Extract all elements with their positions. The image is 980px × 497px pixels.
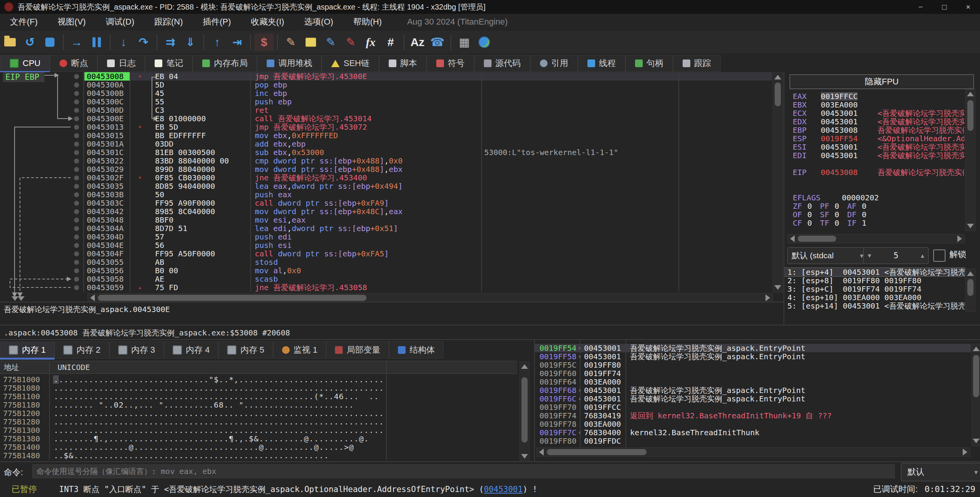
address-link[interactable]: 00453001 <box>484 485 523 494</box>
memory-row[interactable]: 775B1380........¶.,.....................… <box>0 434 517 443</box>
trace-over-icon[interactable]: ⇓ <box>180 33 200 51</box>
tab-break[interactable]: 断点 <box>50 55 97 72</box>
argument-count-spinner[interactable]: ▼ 5 ▲ <box>863 247 929 264</box>
tab-handles[interactable]: 句柄 <box>625 55 673 72</box>
argument-row[interactable]: 5: [esp+14] 00453001 <吾爱破解论坛学习脱壳 <box>784 302 965 310</box>
close-button[interactable]: × <box>956 0 980 14</box>
register-row[interactable]: OF0SF0DF0 <box>784 210 965 219</box>
stack-horizontal-scrollbar[interactable] <box>536 447 970 457</box>
register-row[interactable]: CF0TF0IF1 <box>784 219 965 227</box>
register-row[interactable]: EBX003EA000 <box>784 101 965 109</box>
memory-row[interactable]: 775B1300................................… <box>0 426 517 434</box>
argument-row[interactable]: 4: [esp+10] 003EA000 003EA000 <box>784 293 965 302</box>
run-icon[interactable]: → <box>67 33 87 51</box>
tab-cpu[interactable]: CPU <box>0 55 50 72</box>
tab-trace[interactable]: 跟踪 <box>673 55 721 72</box>
disassembly-pane[interactable]: EIP EBP 00453008▾EB 04jmp 吾爱破解论坛学习.45300… <box>0 72 783 302</box>
close-icon[interactable] <box>40 33 60 51</box>
register-row[interactable]: EDI00453001<吾爱破解论坛学习脱壳实例 <box>784 151 965 160</box>
memory-tab[interactable]: 内存 2 <box>54 342 109 358</box>
menu-item[interactable]: 选项(O) <box>294 17 343 26</box>
open-file-icon[interactable] <box>0 33 20 51</box>
registers-pane[interactable]: 隐藏FPU EAX0019FFCCEBX003EA000ECX00453001<… <box>784 72 980 325</box>
label-icon[interactable] <box>301 33 321 51</box>
stack-row[interactable]: 0019FF54‹00453001吾爱破解论坛学习脱壳实例_aspack.Ent… <box>535 344 971 352</box>
register-row[interactable] <box>784 185 965 193</box>
memory-tab[interactable]: 监视 1 <box>273 342 326 358</box>
patches-icon[interactable]: $ <box>254 33 274 51</box>
menu-item[interactable]: 跟踪(N) <box>144 17 193 26</box>
stack-row[interactable]: 0019FF600019FF74 <box>535 369 971 378</box>
stack-row[interactable]: 0019FF5C0019FF80 <box>535 361 971 369</box>
register-row[interactable]: EDX00453001<吾爱破解论坛学习脱壳实例 <box>784 117 965 126</box>
stack-row[interactable]: 0019FF800019FFDC <box>535 437 971 445</box>
memory-tab[interactable]: 结构体 <box>389 342 444 358</box>
memory-tab[interactable]: 局部变量 <box>326 342 389 358</box>
memory-dump-pane[interactable]: 内存 1内存 2内存 3内存 4内存 5监视 1局部变量结构体 地址 UNICO… <box>0 340 533 462</box>
register-row[interactable]: ESP0019FF54<&OptionalHeader.Address <box>784 134 965 143</box>
stack-row[interactable]: 0019FF78003EA000 <box>535 420 971 428</box>
arguments-vertical-scrollbar[interactable] <box>965 269 975 312</box>
tab-mem[interactable]: 内存布局 <box>193 55 257 72</box>
tab-seh[interactable]: SEH链 <box>322 55 379 72</box>
argument-row[interactable]: 2: [esp+8] 0019FF80 0019FF80 <box>784 276 965 285</box>
stack-row[interactable]: 0019FF700019FFCC <box>535 403 971 411</box>
menu-item[interactable]: 文件(F) <box>0 17 48 26</box>
tab-log[interactable]: 日志 <box>97 55 145 72</box>
argument-row[interactable]: 1: [esp+4] 00453001 <吾爱破解论坛学习脱壳实 <box>784 268 965 276</box>
tab-threads[interactable]: 线程 <box>578 55 625 72</box>
memory-tab[interactable]: 内存 5 <box>218 342 273 358</box>
memory-row[interactable]: 775B1200................................… <box>0 409 517 418</box>
step-out-icon[interactable]: ↑ <box>207 33 227 51</box>
memory-row[interactable]: 775B1100................................… <box>0 392 517 401</box>
memory-row[interactable]: 775B1000..............................."… <box>0 375 517 384</box>
step-into-icon[interactable]: ↓ <box>114 33 134 51</box>
pause-icon[interactable] <box>87 33 107 51</box>
tab-refs[interactable]: 引用 <box>530 55 578 72</box>
tab-source[interactable]: 源代码 <box>474 55 530 72</box>
command-profile-select[interactable]: 默认▼ <box>901 463 980 481</box>
calculator-icon[interactable]: ▦ <box>454 33 474 51</box>
argument-row[interactable]: 3: [esp+C] 0019FF74 0019FF74 <box>784 285 965 293</box>
memory-map-icon[interactable] <box>474 33 494 51</box>
stack-row[interactable]: 0019FF68‹00453001吾爱破解论坛学习脱壳实例_aspack.Ent… <box>535 386 971 395</box>
menu-item[interactable]: 视图(V) <box>48 17 96 26</box>
stack-row[interactable]: 0019FF7476830419返回到 kernel32.BaseThreadI… <box>535 411 971 420</box>
highlight-icon[interactable]: ✎ <box>341 33 361 51</box>
maximize-button[interactable]: □ <box>932 0 956 14</box>
stack-row[interactable]: 0019FF7C‹76830400kernel32.BaseThreadInit… <box>535 428 971 437</box>
memory-tab[interactable]: 内存 1 <box>0 342 54 358</box>
stack-vertical-scrollbar[interactable] <box>972 344 980 446</box>
intermodular-calls-icon[interactable]: ☎ <box>427 33 447 51</box>
minimize-button[interactable]: − <box>909 0 932 14</box>
memory-row[interactable]: 775B1400...............@................… <box>0 443 517 451</box>
function-analysis-icon[interactable]: fx <box>361 33 381 51</box>
register-row[interactable]: ESI00453001<吾爱破解论坛学习脱壳实例 <box>784 143 965 151</box>
command-input[interactable] <box>32 464 895 478</box>
tab-notes[interactable]: 笔记 <box>145 55 193 72</box>
menu-item[interactable]: 收藏夹(I) <box>241 17 294 26</box>
memory-tab[interactable]: 内存 3 <box>109 342 164 358</box>
register-row[interactable]: EBP00453008吾爱破解论坛学习脱壳实例 <box>784 126 965 134</box>
calling-convention-select[interactable]: 默认 (stdcal▼ <box>787 247 868 264</box>
spinner-down-icon[interactable]: ▼ <box>864 252 875 259</box>
menu-item[interactable]: 插件(P) <box>193 17 241 26</box>
step-over-icon[interactable]: ↷ <box>134 33 153 51</box>
register-row[interactable]: ZF0PF0AF0 <box>784 202 965 210</box>
memory-row[interactable]: 775B1480..$&............................… <box>0 451 517 460</box>
stack-row[interactable]: 0019FF58‹00453001吾爱破解论坛学习脱壳实例_aspack.Ent… <box>535 352 971 361</box>
hide-fpu-button[interactable]: 隐藏FPU <box>790 74 974 89</box>
memory-row[interactable]: 775B1280................................… <box>0 418 517 426</box>
menu-item[interactable]: 帮助(H) <box>343 17 392 26</box>
stack-row[interactable]: 0019FF6C‹00453001吾爱破解论坛学习脱壳实例_aspack.Ent… <box>535 395 971 403</box>
memory-row[interactable]: 775B1180........ "..02..,... "..........… <box>0 401 517 409</box>
stack-pane[interactable]: 0019FF54‹00453001吾爱破解论坛学习脱壳实例_aspack.Ent… <box>534 340 980 462</box>
memory-row[interactable]: 775B1080................................… <box>0 384 517 392</box>
menu-item[interactable]: 调试(D) <box>96 17 144 26</box>
register-row[interactable] <box>784 177 965 185</box>
register-row[interactable]: EAX0019FFCC <box>784 92 965 101</box>
tab-symbols[interactable]: 符号 <box>427 55 474 72</box>
hash-icon[interactable]: # <box>381 33 401 51</box>
string-references-icon[interactable]: Az <box>408 33 427 51</box>
memory-vertical-scrollbar[interactable] <box>520 362 530 461</box>
